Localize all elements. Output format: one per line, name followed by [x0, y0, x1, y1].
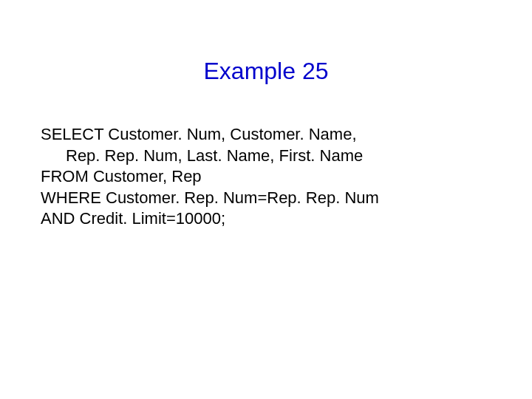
sql-line-1: SELECT Customer. Num, Customer. Name, [41, 124, 491, 146]
sql-line-4: WHERE Customer. Rep. Num=Rep. Rep. Num [41, 188, 491, 209]
sql-line-3: FROM Customer, Rep [41, 166, 491, 188]
sql-block: SELECT Customer. Num, Customer. Name, Re… [41, 124, 491, 230]
slide-title: Example 25 [0, 58, 532, 85]
sql-line-2: Rep. Rep. Num, Last. Name, First. Name [41, 146, 491, 167]
sql-line-5: AND Credit. Limit=10000; [41, 208, 491, 230]
slide: Example 25 SELECT Customer. Num, Custome… [0, 0, 532, 399]
